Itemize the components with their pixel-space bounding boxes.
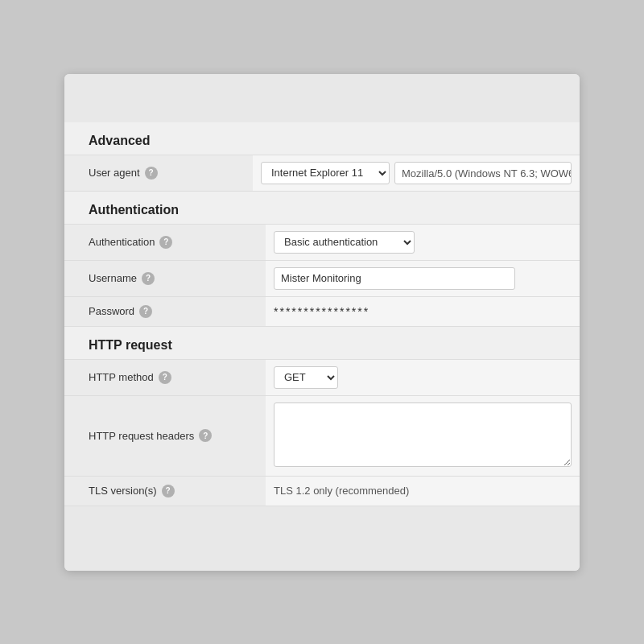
bottom-spacer: [64, 506, 580, 571]
tls-version-value: TLS 1.2 only (recommended): [274, 481, 409, 500]
username-row: Username ?: [64, 260, 580, 296]
tls-version-label-cell: TLS version(s) ?: [64, 476, 266, 506]
password-row: Password ? ****************: [64, 296, 580, 326]
user-agent-row: User agent ? Internet Explorer 11 Mozill…: [64, 155, 580, 191]
auth-method-help-icon[interactable]: ?: [159, 236, 172, 249]
password-label-cell: Password ?: [64, 296, 266, 326]
http-request-table: HTTP method ? GET HTTP request headers ?: [64, 359, 580, 506]
username-input[interactable]: [274, 267, 515, 290]
advanced-section-header: Advanced: [64, 122, 580, 155]
http-headers-row: HTTP request headers ?: [64, 395, 580, 476]
password-help-icon[interactable]: ?: [139, 305, 152, 318]
auth-method-row: Authentication ? Basic authentication: [64, 224, 580, 260]
password-masked: ****************: [274, 302, 369, 321]
http-method-select[interactable]: GET: [274, 366, 338, 389]
http-method-help-icon[interactable]: ?: [159, 371, 171, 384]
http-method-label-cell: HTTP method ?: [64, 359, 266, 395]
http-headers-help-icon[interactable]: ?: [199, 429, 212, 442]
auth-method-label-cell: Authentication ?: [64, 224, 266, 260]
username-label: Username: [89, 272, 137, 284]
user-agent-string: Mozilla/5.0 (Windows NT 6.3; WOW64;: [394, 162, 572, 184]
http-request-section-header: HTTP request: [64, 327, 580, 359]
auth-method-select[interactable]: Basic authentication: [274, 231, 415, 254]
auth-method-value-cell: Basic authentication: [266, 224, 580, 260]
user-agent-label: User agent: [89, 167, 140, 179]
tls-version-row: TLS version(s) ? TLS 1.2 only (recommend…: [64, 476, 580, 506]
authentication-section-header: Authentication: [64, 192, 580, 224]
http-method-value-cell: GET: [266, 359, 580, 395]
http-method-row: HTTP method ? GET: [64, 359, 580, 395]
username-label-cell: Username ?: [64, 260, 266, 296]
tls-version-help-icon[interactable]: ?: [162, 485, 175, 497]
advanced-table: User agent ? Internet Explorer 11 Mozill…: [64, 155, 580, 192]
http-headers-label-cell: HTTP request headers ?: [64, 395, 266, 476]
user-agent-value-cell: Internet Explorer 11 Mozilla/5.0 (Window…: [253, 155, 580, 191]
username-help-icon[interactable]: ?: [142, 272, 155, 285]
tls-version-label: TLS version(s): [89, 485, 157, 497]
username-value-cell: [266, 260, 580, 296]
auth-method-label: Authentication: [89, 236, 155, 248]
authentication-table: Authentication ? Basic authentication Us…: [64, 224, 580, 327]
settings-panel: Advanced User agent ? Internet Explorer …: [64, 74, 580, 571]
password-label: Password: [89, 305, 134, 317]
user-agent-select[interactable]: Internet Explorer 11: [261, 162, 390, 184]
http-headers-label: HTTP request headers: [89, 430, 194, 442]
content-area: Advanced User agent ? Internet Explorer …: [64, 122, 580, 506]
http-method-label: HTTP method: [89, 371, 154, 383]
http-headers-value-cell: [266, 395, 580, 476]
user-agent-help-icon[interactable]: ?: [145, 167, 158, 180]
tls-version-value-cell: TLS 1.2 only (recommended): [266, 476, 580, 506]
user-agent-label-cell: User agent ?: [64, 155, 253, 191]
password-value-cell: ****************: [266, 296, 580, 326]
http-headers-textarea[interactable]: [274, 402, 572, 467]
top-spacer: [64, 74, 580, 122]
